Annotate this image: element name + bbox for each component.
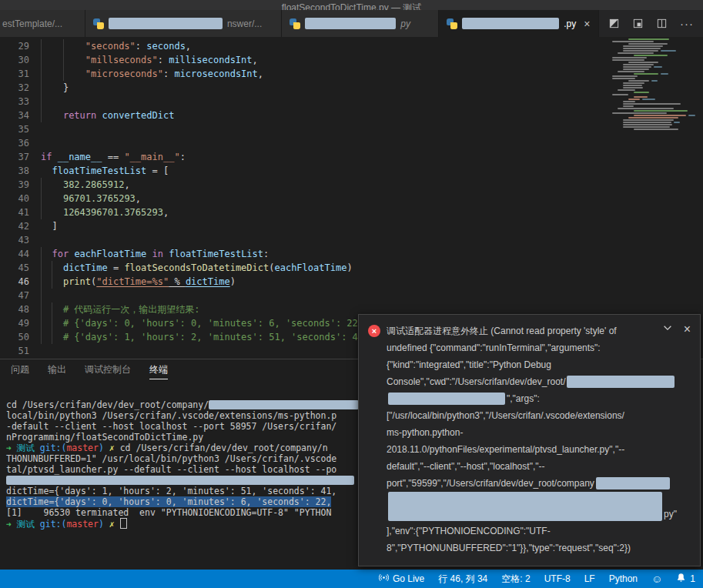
code-token: [41, 193, 63, 204]
minimap-line: [620, 64, 698, 65]
indent-guide: [41, 81, 42, 95]
minimap-line: [620, 119, 698, 121]
code-line-content: print("dictTime=%s" % dictTime): [41, 275, 236, 289]
code-line[interactable]: 33: [0, 95, 703, 109]
code-token: 1264396701.3765293: [63, 207, 163, 218]
code-line-content: # {'days': 1, 'hours': 2, 'minutes': 51,…: [41, 330, 369, 344]
open-changes-icon[interactable]: [608, 18, 620, 29]
minimap-bar: [612, 41, 654, 42]
code-token: print: [63, 276, 91, 287]
editor-tab-3[interactable]: py: [282, 10, 439, 37]
tab-debug-console[interactable]: 调试控制台: [85, 360, 131, 379]
code-token: if: [41, 152, 52, 162]
minimap-line: [620, 71, 698, 72]
minimap-bar: [623, 68, 649, 70]
editor-tab-2[interactable]: nswer/...: [85, 10, 282, 37]
code-token: eachFloatTime: [74, 249, 146, 259]
terminal-token: ➜: [6, 443, 17, 453]
notifications-count: 1: [690, 573, 695, 584]
code-token: ,: [253, 55, 258, 65]
minimap-line: [620, 96, 698, 98]
code-line[interactable]: 39 382.2865912,: [0, 178, 703, 192]
code-token: "dictTime=%s": [96, 276, 169, 287]
more-actions-icon[interactable]: ···: [680, 17, 694, 30]
minimap-bar: [628, 38, 669, 40]
feedback-smiley-icon[interactable]: ☺: [651, 573, 662, 585]
minimap-line: [620, 55, 698, 56]
close-notification-icon[interactable]: ×: [684, 323, 691, 336]
encoding-indicator[interactable]: UTF-8: [544, 573, 571, 584]
tab-terminal[interactable]: 终端: [149, 360, 168, 379]
code-token: floatTimeTestList: [52, 165, 146, 176]
code-line[interactable]: 43: [0, 233, 703, 247]
code-token: [41, 179, 63, 190]
editor-tab-4-active[interactable]: .py ×: [439, 10, 599, 37]
indentation-indicator[interactable]: 空格: 2: [501, 573, 530, 586]
minimap[interactable]: [620, 38, 698, 131]
code-line[interactable]: 46 print("dictTime=%s" % dictTime): [0, 275, 703, 289]
terminal-line-text: -default --client --host localhost --por…: [6, 421, 336, 432]
code-line[interactable]: 31 "microseconds": microsecondsInt,: [0, 67, 703, 81]
code-token: # {'days': 1, 'hours': 2, 'minutes': 51,…: [63, 332, 369, 342]
eol-indicator[interactable]: LF: [584, 573, 595, 584]
cursor-position-indicator[interactable]: 行 46, 列 34: [438, 573, 487, 586]
code-line[interactable]: 38 floatTimeTestList = [: [0, 164, 703, 178]
minimap-line: [620, 124, 698, 125]
indent-guide: [63, 67, 64, 81]
code-line[interactable]: 30 "millseconds": millisecondsInt,: [0, 53, 703, 67]
terminal-token: git:(: [40, 519, 67, 530]
code-token: :: [163, 68, 174, 79]
indent-guide: [63, 39, 64, 53]
code-line[interactable]: 34 return convertedDict: [0, 109, 703, 122]
code-line[interactable]: 45 dictTime = floatSecondsToDatetimeDict…: [0, 261, 703, 275]
code-token: "microseconds": [85, 68, 163, 79]
code-token: [41, 207, 63, 218]
terminal-token: dictTime={'days': 1, 'hours': 2, 'minute…: [6, 486, 336, 496]
code-line-content: }: [41, 81, 69, 95]
minimap-line: [620, 38, 698, 40]
indent-guide: [41, 39, 42, 53]
code-line[interactable]: 37if __name__ == "__main__":: [0, 150, 703, 164]
notification-line: undefined {"command":"runInTerminal","ar…: [387, 339, 677, 356]
go-live-button[interactable]: Go Live: [379, 573, 424, 585]
code-token: = [: [146, 165, 169, 176]
chevron-down-icon[interactable]: [662, 322, 673, 336]
python-file-icon: [447, 18, 457, 29]
code-token: seconds: [146, 41, 186, 52]
code-line-content: "millseconds": millisecondsInt,: [41, 53, 258, 67]
code-line[interactable]: 29 "seconds": seconds,: [0, 39, 703, 53]
minimap-bar: [623, 124, 672, 125]
tab-output[interactable]: 输出: [48, 360, 66, 379]
code-line[interactable]: 40 96701.3765293,: [0, 192, 703, 205]
minimap-bar: [623, 85, 642, 86]
tab-2-label: nswer/...: [227, 18, 262, 29]
code-token: dictTime: [186, 276, 230, 287]
split-editor-icon[interactable]: [656, 18, 668, 29]
editor-area: 29 "seconds": seconds,30 "millseconds": …: [0, 37, 703, 359]
code-line[interactable]: 41 1264396701.3765293,: [0, 205, 703, 219]
minimap-line: [620, 99, 698, 100]
code-line-content: floatTimeTestList = [: [41, 164, 169, 178]
open-preview-icon[interactable]: [632, 18, 644, 29]
terminal-line-text: cd /Users/crifan/dev/dev_root/company/: [6, 399, 359, 410]
notifications-bell[interactable]: 1: [676, 573, 695, 585]
minimap-bar: [618, 89, 635, 91]
close-tab-icon[interactable]: ×: [584, 18, 590, 30]
code-line[interactable]: 42 ]: [0, 219, 703, 233]
minimap-line: [620, 105, 698, 107]
code-line[interactable]: 32 }: [0, 81, 703, 95]
minimap-bar: [628, 80, 649, 82]
notification-line: 2018.11.0/pythonFiles/experimental/ptvsd…: [387, 441, 677, 458]
minimap-line: [620, 101, 698, 102]
redacted-filename: [462, 18, 559, 29]
code-line-content: "seconds": seconds,: [41, 39, 191, 53]
code-line[interactable]: 44 for eachFloatTime in floatTimeTestLis…: [0, 247, 703, 261]
editor-tab-1[interactable]: estTemplate/...: [0, 10, 85, 37]
tab-problems[interactable]: 问题: [11, 360, 29, 379]
code-line[interactable]: 36: [0, 136, 703, 150]
terminal-token: ): [99, 519, 109, 530]
code-line[interactable]: 47: [0, 289, 703, 302]
terminal-line-text: dictTime={'days': 1, 'hours': 2, 'minute…: [6, 486, 336, 496]
code-line[interactable]: 35: [0, 122, 703, 136]
language-mode-indicator[interactable]: Python: [609, 573, 638, 584]
